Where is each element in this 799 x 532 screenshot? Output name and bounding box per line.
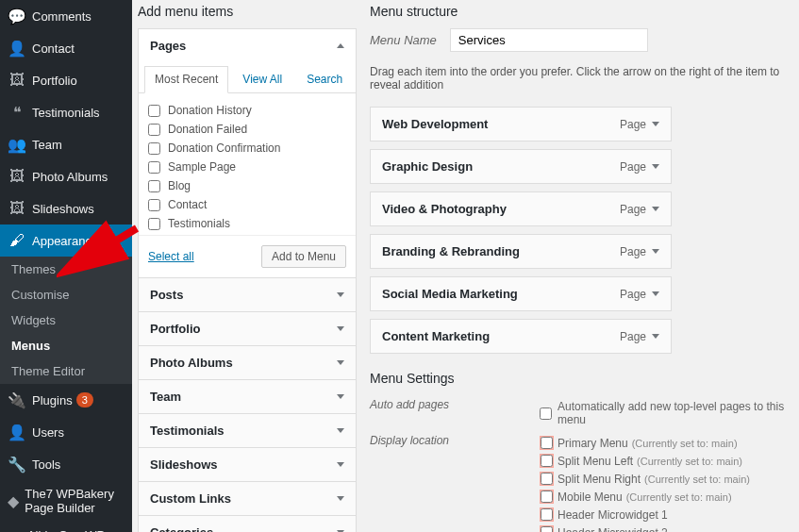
menu-item[interactable]: Web DevelopmentPage (370, 107, 672, 141)
submenu-themes[interactable]: Themes (0, 257, 132, 282)
menu-name-label: Menu Name (370, 33, 437, 47)
caret-icon (337, 428, 344, 433)
accordion-head-portfolio[interactable]: Portfolio (139, 311, 356, 345)
sidebar-item-users[interactable]: 👤Users (0, 416, 132, 448)
menu-name-input[interactable] (450, 28, 648, 52)
location-option: Mobile Menu(Currently set to: main) (540, 488, 799, 506)
location-checkbox[interactable] (541, 526, 553, 532)
accordion-head-photo-albums[interactable]: Photo Albums (139, 345, 356, 379)
caret-icon[interactable] (652, 334, 659, 339)
accordion-head-posts[interactable]: Posts (139, 277, 356, 311)
accordion-head-categories[interactable]: Categories (139, 515, 356, 532)
menu-icon: 👤 (8, 423, 26, 441)
submenu-widgets[interactable]: Widgets (0, 308, 132, 333)
add-menu-items-column: Add menu items PagesMost RecentView AllS… (138, 0, 357, 532)
sidebar-item-label: All-in-One WP Migration (27, 528, 125, 532)
location-checkbox[interactable] (541, 490, 553, 503)
tab-search[interactable]: Search (296, 66, 353, 92)
page-checkbox[interactable] (148, 161, 160, 174)
accordion-head-slideshows[interactable]: Slideshows (139, 447, 356, 481)
location-option: Split Menu Right(Currently set to: main) (540, 470, 799, 488)
caret-icon[interactable] (652, 249, 659, 254)
menu-item-title: Web Development (382, 117, 488, 131)
caret-icon[interactable] (652, 122, 659, 126)
page-option: Contact (148, 195, 352, 214)
caret-icon (337, 292, 344, 297)
caret-icon (337, 496, 344, 501)
caret-icon[interactable] (652, 291, 659, 296)
menu-item[interactable]: Social Media MarketingPage (370, 276, 672, 311)
sidebar-item-label: Appearance (32, 234, 98, 248)
sidebar-item-testimonials[interactable]: ❝Testimonials (0, 96, 132, 128)
auto-add-checkbox[interactable] (540, 407, 552, 420)
menu-item-type: Page (620, 245, 659, 258)
submenu-theme-editor[interactable]: Theme Editor (0, 358, 132, 384)
page-checkbox[interactable] (148, 180, 160, 192)
location-option: Header Microwidget 2 (540, 524, 799, 532)
location-checkbox[interactable] (541, 437, 553, 449)
accordion-label: Team (150, 390, 181, 404)
page-checkbox[interactable] (148, 105, 160, 117)
sidebar-item-plugins[interactable]: 🔌Plugins3 (0, 384, 132, 416)
sidebar-item-team[interactable]: 👥Team (0, 128, 132, 160)
location-checkbox[interactable] (541, 508, 553, 521)
sidebar-item-comments[interactable]: 💬Comments (0, 0, 132, 32)
menu-item-title: Graphic Design (382, 159, 473, 174)
sidebar-item-label: Plugins (32, 393, 73, 407)
page-label: Sample Page (168, 160, 236, 174)
highlight-box (540, 507, 554, 522)
page-checkbox[interactable] (148, 124, 160, 136)
update-badge: 3 (76, 392, 93, 407)
caret-icon[interactable] (652, 207, 659, 211)
location-label: Mobile Menu (558, 490, 623, 504)
caret-icon (337, 326, 344, 331)
caret-icon (337, 360, 344, 365)
menu-item[interactable]: Content MarketingPage (370, 319, 672, 354)
sidebar-item-tools[interactable]: 🔧Tools (0, 448, 132, 480)
location-note: (Currently set to: main) (626, 491, 732, 503)
page-checkbox[interactable] (148, 199, 160, 211)
tab-view-all[interactable]: View All (232, 66, 292, 92)
accordion-head-testimonials[interactable]: Testimonials (139, 413, 356, 447)
accordion-head-team[interactable]: Team (139, 379, 356, 413)
menu-item[interactable]: Video & PhotographyPage (370, 191, 672, 226)
menu-item[interactable]: Branding & RebrandingPage (370, 234, 672, 269)
auto-add-label: Auto add pages (370, 398, 540, 428)
add-to-menu-button[interactable]: Add to Menu (261, 245, 346, 268)
sidebar-item-the7-wpbakery-page-builder[interactable]: ◆The7 WPBakery Page Builder (0, 480, 132, 522)
page-checkbox[interactable] (148, 218, 160, 230)
page-list[interactable]: Donation HistoryDonation FailedDonation … (139, 93, 356, 235)
sidebar-item-all-in-one-wp-migration[interactable]: ↻All-in-One WP Migration (0, 522, 132, 532)
sidebar-item-photo-albums[interactable]: 🖼Photo Albums (0, 160, 132, 192)
menu-icon: 🖼 (8, 167, 26, 186)
appearance-submenu: ThemesCustomiseWidgetsMenusTheme Editor (0, 257, 132, 384)
menu-icon: 👥 (8, 135, 26, 154)
submenu-menus[interactable]: Menus (0, 333, 132, 358)
submenu-customise[interactable]: Customise (0, 282, 132, 308)
highlight-box (540, 490, 554, 504)
sidebar-item-appearance[interactable]: 🖌 Appearance (0, 224, 132, 257)
accordion-head-pages[interactable]: Pages (139, 29, 356, 62)
select-all-link[interactable]: Select all (148, 250, 194, 263)
accordion-label: Photo Albums (150, 356, 233, 370)
menu-structure-column: Menu structure Menu Name Drag each item … (357, 0, 799, 532)
main-content: Add menu items PagesMost RecentView AllS… (132, 0, 799, 532)
caret-icon[interactable] (652, 164, 659, 169)
menu-icon: 🔌 (8, 391, 26, 409)
tab-most-recent[interactable]: Most Recent (144, 66, 228, 93)
sidebar-item-portfolio[interactable]: 🖼Portfolio (0, 64, 132, 96)
menu-item[interactable]: Graphic DesignPage (370, 149, 672, 184)
location-checkbox[interactable] (541, 455, 553, 467)
page-checkbox[interactable] (148, 142, 160, 155)
location-label: Header Microwidget 1 (558, 508, 668, 522)
location-option: Header Microwidget 1 (540, 506, 799, 524)
sidebar-item-contact[interactable]: 👤Contact (0, 32, 132, 64)
accordion-head-custom-links[interactable]: Custom Links (139, 481, 356, 515)
page-option: Donation Confirmation (148, 139, 352, 158)
sidebar-item-slideshows[interactable]: 🖼Slideshows (0, 192, 132, 224)
page-label: Donation Failed (168, 123, 247, 136)
location-checkbox[interactable] (541, 473, 553, 485)
sidebar-item-label: Comments (32, 9, 92, 24)
sidebar-item-label: Testimonials (32, 106, 100, 120)
accordion-label: Slideshows (150, 457, 218, 472)
